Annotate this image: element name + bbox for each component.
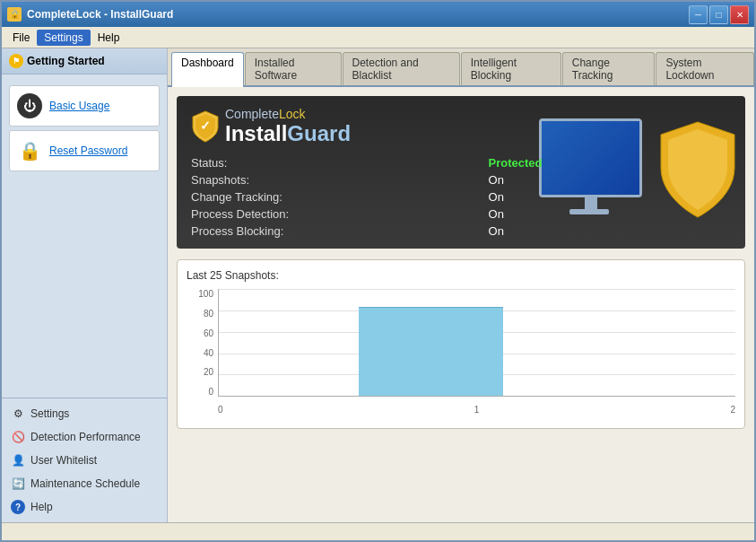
chart-container: 100 80 60 40 20 0: [218, 289, 735, 415]
y-label-100: 100: [188, 289, 213, 299]
tab-system-lockdown[interactable]: System Lockdown: [656, 52, 754, 85]
sidebar-item-basic-usage[interactable]: ⏻ Basic Usage: [9, 85, 160, 127]
process-detection-label: Process Detection:: [191, 207, 478, 221]
app-logo: ✓ CompleteLock InstallGuard: [191, 107, 731, 145]
window-controls: ─ □ ✕: [689, 5, 749, 24]
tab-installed-software[interactable]: Installed Software: [245, 52, 342, 85]
sidebar-header: ⚑ Getting Started: [2, 48, 167, 74]
maintenance-schedule-label: Maintenance Schedule: [30, 477, 140, 490]
x-label-2: 2: [730, 405, 735, 415]
change-tracking-value: On: [489, 190, 731, 204]
x-label-1: 1: [474, 405, 480, 415]
detection-icon: 🚫: [11, 430, 25, 444]
settings-label: Settings: [30, 407, 69, 420]
status-bar: [2, 522, 754, 540]
minimize-button[interactable]: ─: [689, 5, 708, 24]
sidebar-nav: ⚙ Settings 🚫 Detection Performance 👤 Use…: [2, 398, 167, 522]
settings-icon: ⚙: [11, 406, 25, 421]
tab-bar: Dashboard Installed Software Detection a…: [168, 48, 754, 87]
sidebar-item-reset-password[interactable]: 🔒 Reset Password: [9, 130, 160, 171]
logo-install: Install: [225, 121, 287, 145]
restore-button[interactable]: □: [709, 5, 728, 24]
logo-complete: Complete: [225, 107, 279, 121]
banner-left: ✓ CompleteLock InstallGuard: [191, 107, 731, 238]
detection-performance-label: Detection Performance: [30, 431, 141, 443]
lock-icon: 🔒: [17, 138, 42, 163]
maintenance-icon: 🔄: [11, 476, 25, 491]
svg-text:✓: ✓: [200, 118, 211, 133]
y-label-60: 60: [188, 328, 213, 338]
y-label-80: 80: [188, 309, 213, 319]
sidebar-header-icon: ⚑: [9, 54, 23, 68]
app-icon: 🔒: [7, 7, 22, 22]
chart-section: Last 25 Snapshots: 100 80 60 40 20 0: [177, 259, 745, 429]
tab-detection-blacklist[interactable]: Detection and Blacklist: [343, 52, 460, 85]
y-label-0: 0: [188, 387, 213, 397]
chart-plot: [218, 289, 735, 397]
user-whitelist-label: User Whitelist: [30, 454, 97, 467]
header-banner: ✓ CompleteLock InstallGuard: [177, 96, 745, 249]
content-area: Dashboard Installed Software Detection a…: [168, 48, 754, 522]
tab-dashboard[interactable]: Dashboard: [171, 52, 244, 87]
help-label: Help: [30, 501, 53, 513]
status-value: Protected: [489, 156, 731, 170]
window-title: CompleteLock - InstallGuard: [27, 8, 689, 21]
sidebar-nav-settings[interactable]: ⚙ Settings: [2, 402, 167, 425]
reset-password-link[interactable]: Reset Password: [49, 144, 127, 157]
x-label-0: 0: [218, 405, 223, 415]
menu-bar: File Settings Help: [2, 27, 754, 48]
chart-x-axis: 0 1 2: [218, 403, 735, 415]
status-label: Status:: [191, 156, 478, 170]
process-detection-value: On: [489, 207, 731, 221]
logo-shield-icon: ✓: [191, 109, 220, 144]
snapshots-label: Snapshots:: [191, 173, 478, 187]
logo-guard: Guard: [287, 121, 351, 145]
y-label-40: 40: [188, 348, 213, 358]
chart-y-axis: 100 80 60 40 20 0: [188, 289, 213, 397]
power-icon: ⏻: [17, 93, 42, 118]
title-bar: 🔒 CompleteLock - InstallGuard ─ □ ✕: [2, 2, 754, 27]
sidebar-section: ⏻ Basic Usage 🔒 Reset Password: [2, 74, 167, 398]
main-window: 🔒 CompleteLock - InstallGuard ─ □ ✕ File…: [0, 0, 756, 542]
sidebar-header-label: Getting Started: [27, 55, 105, 67]
sidebar-nav-detection-performance[interactable]: 🚫 Detection Performance: [2, 425, 167, 449]
menu-help[interactable]: Help: [91, 30, 127, 46]
close-button[interactable]: ✕: [730, 5, 749, 24]
chart-title: Last 25 Snapshots:: [187, 269, 735, 282]
sidebar: ⚑ Getting Started ⏻ Basic Usage 🔒 Reset …: [2, 48, 168, 522]
gridline-100: [219, 289, 735, 290]
help-icon: ?: [11, 500, 25, 514]
process-blocking-value: On: [489, 224, 731, 238]
tab-change-tracking[interactable]: Change Tracking: [562, 52, 656, 85]
chart-bar-1: [359, 307, 503, 396]
tab-intelligent-blocking[interactable]: Intelligent Blocking: [461, 52, 561, 85]
user-icon: 👤: [11, 453, 25, 468]
snapshots-value: On: [489, 173, 731, 187]
status-grid: Status: Protected Snapshots: On Change T…: [191, 156, 731, 238]
change-tracking-label: Change Tracking:: [191, 190, 478, 204]
menu-file[interactable]: File: [5, 30, 37, 46]
menu-settings[interactable]: Settings: [37, 30, 90, 46]
sidebar-nav-help[interactable]: ? Help: [2, 495, 167, 519]
y-label-20: 20: [188, 367, 213, 377]
main-area: ⚑ Getting Started ⏻ Basic Usage 🔒 Reset …: [2, 48, 754, 522]
dashboard-panel: ✓ CompleteLock InstallGuard: [168, 87, 754, 522]
sidebar-nav-user-whitelist[interactable]: 👤 User Whitelist: [2, 449, 167, 472]
basic-usage-link[interactable]: Basic Usage: [49, 100, 109, 112]
sidebar-nav-maintenance-schedule[interactable]: 🔄 Maintenance Schedule: [2, 472, 167, 495]
process-blocking-label: Process Blocking:: [191, 224, 478, 238]
logo-text: CompleteLock InstallGuard: [225, 107, 351, 145]
